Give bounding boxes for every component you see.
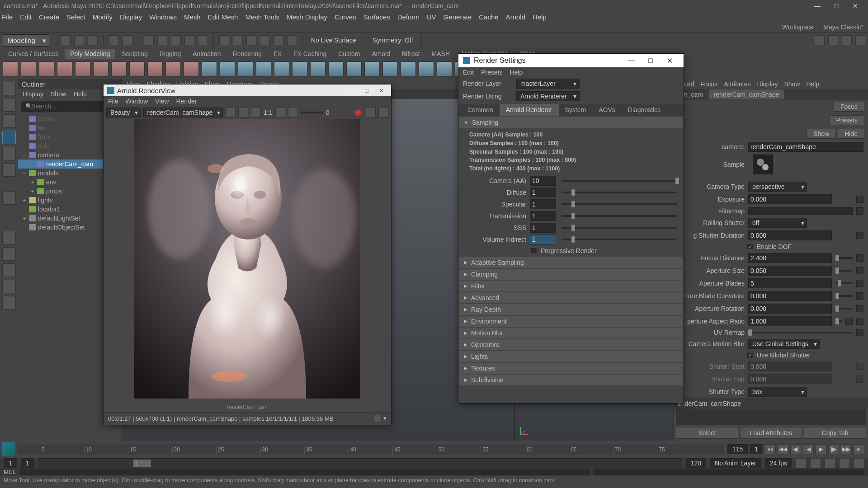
rshutterdur-field[interactable] [748,230,832,240]
map-icon[interactable] [856,196,863,203]
open-icon[interactable] [74,35,84,45]
menu-edit[interactable]: Edit [20,13,32,21]
rv-aov-dropdown[interactable]: Beauty [106,108,141,117]
map-icon[interactable] [856,280,863,287]
map-icon[interactable] [856,305,863,312]
rs-tab-arnold[interactable]: Arnold Renderer [500,104,559,116]
scale-tool-icon[interactable] [2,147,16,160]
keyfwd-icon[interactable]: |▶ [828,444,839,454]
menu-file[interactable]: File [2,13,13,21]
mirror-icon[interactable] [328,61,344,77]
menu-editmesh[interactable]: Edit Mesh [208,13,238,21]
shelftab-rigging[interactable]: Rigging [154,49,186,59]
map-icon[interactable] [856,329,863,336]
snap-icon[interactable] [260,35,270,45]
ae-menu-display[interactable]: Display [757,80,778,88]
param-slider[interactable] [561,203,677,205]
minimize-icon[interactable]: — [346,86,359,95]
snap-icon[interactable] [274,35,283,45]
settings-icon[interactable] [378,108,388,117]
param-slider[interactable] [561,180,677,182]
map-icon[interactable] [845,318,853,325]
ae-notes[interactable] [676,409,866,425]
bool-icon[interactable] [292,61,307,77]
key-icon[interactable] [810,458,821,468]
select-tool-icon[interactable] [2,82,16,95]
map-icon[interactable] [856,232,863,239]
shelftab-animation[interactable]: Animation [187,49,226,59]
play-icon[interactable]: ▶ [816,444,826,454]
cylinder-icon[interactable] [39,61,54,77]
shelftab-sculpting[interactable]: Sculpting [116,49,153,59]
layout-icon[interactable] [815,35,825,45]
menu-surfaces[interactable]: Surfaces [363,13,390,21]
bevel-icon[interactable] [364,61,380,77]
range-slider[interactable]: 1 [38,458,682,468]
bridge-icon[interactable] [382,61,398,77]
crop-icon[interactable] [275,108,285,117]
ae-hide-button[interactable]: Hide [838,129,864,139]
range-handle[interactable]: 1 [133,460,151,467]
gotostart-icon[interactable]: ⏮ [765,444,776,454]
gotoend-icon[interactable]: ⏭ [854,444,864,454]
expand-icon[interactable]: − [22,171,27,176]
isolate-icon[interactable] [226,108,236,117]
layout-icon[interactable] [842,35,852,45]
rs-tab-diagnostics[interactable]: Diagnostics [622,104,667,116]
rs-section-filter[interactable]: Filter [459,281,683,291]
rs-menu-edit[interactable]: Edit [463,69,474,76]
target-icon[interactable] [437,61,452,77]
menu-modify[interactable]: Modify [93,13,113,21]
ae-focus-button[interactable]: Focus [834,102,864,112]
minimize-icon[interactable]: — [808,1,826,11]
uvremap-slider[interactable] [748,332,853,333]
lasso-icon[interactable] [2,98,16,112]
menu-display[interactable]: Display [120,13,142,21]
apcurve-field[interactable] [748,291,832,301]
move-tool-icon[interactable] [2,114,16,128]
ae-menu-focus[interactable]: Focus [700,80,717,88]
range-start2-field[interactable]: 1 [21,458,34,468]
ipr-icon[interactable] [366,108,376,117]
rv-zoom-slider[interactable] [301,112,323,113]
separate-icon[interactable] [220,61,235,77]
bool-icon[interactable] [310,61,326,77]
rotate-tool-icon[interactable] [2,131,16,144]
anim-layer-dropdown[interactable]: No Anim Layer [710,458,761,468]
bool-icon[interactable] [274,61,289,77]
keyback-icon[interactable]: ◀| [790,444,801,454]
select-icon[interactable] [184,35,194,45]
layout-icon[interactable] [2,247,16,261]
range-end-field[interactable]: 120 [686,458,706,468]
exposure-field[interactable] [748,194,832,204]
layout-icon[interactable] [855,35,865,45]
shelftab-custom[interactable]: Custom [333,49,365,59]
shelftab-curves[interactable]: Curves / Surfaces [3,49,64,59]
shelftab-rendering[interactable]: Rendering [227,49,268,59]
menu-windows[interactable]: Windows [149,13,177,21]
outliner-menu-help[interactable]: Help [74,90,87,98]
save-icon[interactable] [251,108,261,117]
options-icon[interactable] [854,458,864,468]
expand-icon[interactable]: − [22,153,27,158]
rs-tab-system[interactable]: System [559,104,593,116]
param-slider[interactable] [561,215,677,217]
shelftab-polymodeling[interactable]: Poly Modeling [65,49,115,59]
aprot-slider[interactable] [835,308,853,310]
rs-section-operators[interactable]: Operators [459,339,683,350]
combine-icon[interactable] [202,61,217,77]
apaspect-slider[interactable] [835,320,842,322]
rv-menu-view[interactable]: View [155,98,169,105]
sphere-icon[interactable] [3,61,18,77]
ae-sample-swatch[interactable] [753,155,773,174]
apaspect-field[interactable] [748,316,832,326]
record-icon[interactable] [355,109,361,116]
progressive-checkbox[interactable] [531,248,537,254]
ae-camera-field[interactable] [748,142,863,152]
maximize-icon[interactable]: □ [360,86,373,95]
maximize-icon[interactable]: □ [641,54,660,67]
param-slider[interactable] [561,239,677,240]
symmetry[interactable]: Symmetry: Off [370,37,415,44]
menu-uv[interactable]: UV [427,13,436,21]
render-image[interactable] [134,119,360,399]
